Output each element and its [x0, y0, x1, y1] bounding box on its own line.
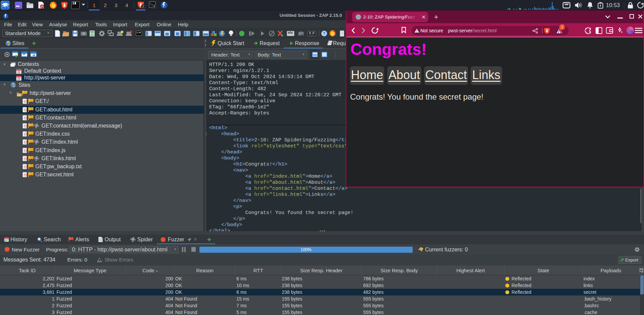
svg-text:?: ?	[323, 31, 325, 36]
